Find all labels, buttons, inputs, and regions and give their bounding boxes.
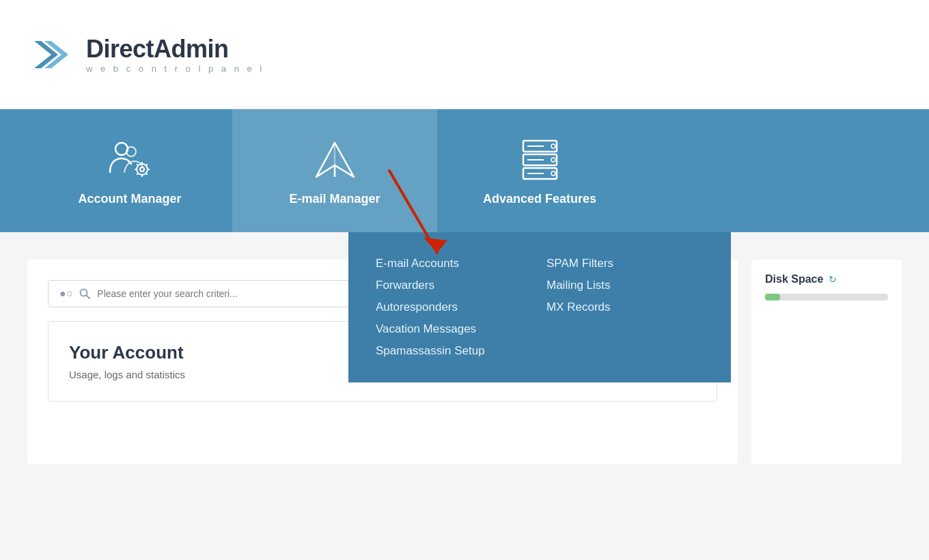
search-icon-svg xyxy=(79,288,90,299)
users-gear-icon xyxy=(106,136,154,184)
svg-point-22 xyxy=(551,158,555,162)
svg-line-12 xyxy=(146,164,148,165)
dropdown-spam-filters[interactable]: SPAM Filters xyxy=(546,253,704,275)
disk-space-header: Disk Space ↻ xyxy=(765,273,888,285)
logo-area: DirectAdmin w e b c o n t r o l p a n e … xyxy=(27,31,264,79)
nav-item-account-manager[interactable]: Account Manager xyxy=(27,109,232,232)
search-icon: ●○ xyxy=(59,288,72,300)
svg-marker-28 xyxy=(424,238,447,253)
paper-plane-icon xyxy=(311,136,359,184)
logo-text: DirectAdmin w e b c o n t r o l p a n e … xyxy=(86,35,264,74)
annotation-arrow xyxy=(383,164,464,276)
disk-space-title: Disk Space xyxy=(765,273,823,285)
svg-line-30 xyxy=(87,296,90,299)
nav-item-advanced-features[interactable]: Advanced Features xyxy=(437,109,642,232)
dropdown-vacation-messages[interactable]: Vacation Messages xyxy=(376,318,533,340)
svg-line-11 xyxy=(146,173,148,174)
svg-line-13 xyxy=(137,173,138,174)
svg-point-25 xyxy=(551,171,555,176)
progress-bar-fill xyxy=(765,294,780,300)
logo-subtitle: w e b c o n t r o l p a n e l xyxy=(86,64,264,74)
logo-icon xyxy=(27,31,75,79)
logo-title: DirectAdmin xyxy=(86,35,264,64)
dropdown-forwarders[interactable]: Forwarders xyxy=(376,275,533,296)
dropdown-autoresponders[interactable]: Autoresponders xyxy=(376,296,533,318)
dropdown-mx-records[interactable]: MX Records xyxy=(546,296,704,318)
dropdown-spamassassin[interactable]: Spamassassin Setup xyxy=(376,340,533,362)
database-icon xyxy=(516,136,564,184)
right-panel: Disk Space ↻ xyxy=(751,260,902,464)
svg-point-19 xyxy=(551,144,555,148)
nav-item-advanced-features-label: Advanced Features xyxy=(483,192,596,206)
dropdown-col2: SPAM Filters Mailing Lists MX Records xyxy=(546,253,704,362)
nav-bar: Account Manager E-mail Manager xyxy=(0,109,929,232)
header: DirectAdmin w e b c o n t r o l p a n e … xyxy=(0,0,929,109)
dropdown-mailing-lists[interactable]: Mailing Lists xyxy=(546,275,704,296)
nav-item-account-manager-label: Account Manager xyxy=(78,192,181,206)
svg-line-10 xyxy=(137,164,138,165)
svg-point-2 xyxy=(115,143,128,155)
refresh-icon[interactable]: ↻ xyxy=(829,274,837,285)
svg-point-5 xyxy=(140,167,144,171)
nav-item-email-manager-label: E-mail Manager xyxy=(289,192,380,206)
progress-bar-bg xyxy=(765,294,888,300)
